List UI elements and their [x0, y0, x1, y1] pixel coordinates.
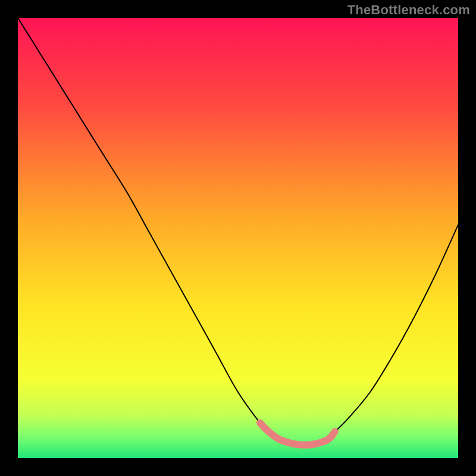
chart-frame: TheBottleneck.com	[0, 0, 476, 476]
watermark-text: TheBottleneck.com	[347, 2, 470, 18]
bottleneck-chart	[18, 18, 458, 458]
